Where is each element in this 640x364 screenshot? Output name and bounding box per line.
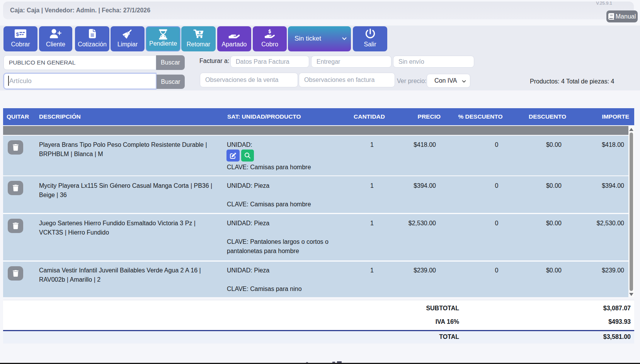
svg-text:$: $ (16, 31, 19, 37)
